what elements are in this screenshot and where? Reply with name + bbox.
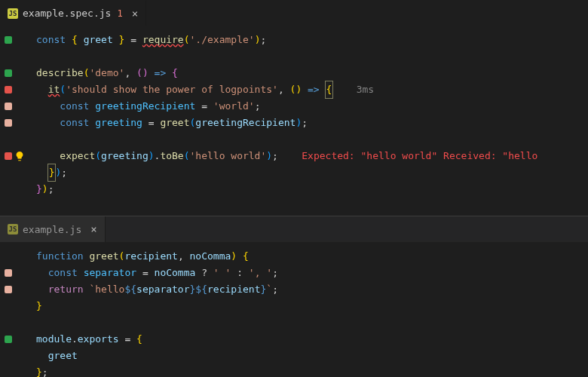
tab-example-spec[interactable]: JS example.spec.js 1 ×: [0, 0, 146, 26]
code-line-blank[interactable]: [0, 131, 588, 148]
js-icon: JS: [8, 224, 18, 234]
tab-filename: example.spec.js: [23, 8, 111, 19]
code-line[interactable]: const { greet } = require('./example');: [0, 32, 588, 48]
editor-bottom[interactable]: function greet(recipient, noComma) { con…: [0, 242, 588, 377]
code-line[interactable]: it('should show the power of logpoints',…: [0, 81, 588, 98]
coverage-icon: [5, 286, 12, 293]
code-line[interactable]: const greeting = greet(greetingRecipient…: [0, 115, 588, 131]
tab-problems-badge: 1: [117, 8, 122, 19]
js-icon: JS: [8, 8, 18, 19]
code-line[interactable]: expect(greeting).toBe('hello world'); Ex…: [0, 148, 588, 164]
editor-pane-top: JS example.spec.js 1 × const { greet } =…: [0, 0, 588, 216]
test-status-pass-icon: [5, 336, 12, 343]
code-line[interactable]: return `hello${separator}${recipient}`;: [0, 281, 588, 298]
code-line[interactable]: describe('demo', () => {: [0, 65, 588, 81]
tabbar-bottom: JS example.js ×: [0, 216, 588, 242]
editor-top[interactable]: const { greet } = require('./example'); …: [0, 26, 588, 204]
close-icon[interactable]: ×: [90, 223, 96, 235]
code-line[interactable]: function greet(recipient, noComma) {: [0, 248, 588, 265]
code-line-blank[interactable]: [0, 48, 588, 65]
code-line[interactable]: const separator = noComma ? ' ' : ', ';: [0, 265, 588, 281]
editor-pane-bottom: JS example.js × function greet(recipient…: [0, 216, 588, 377]
code-line[interactable]: const greetingRecipient = 'world';: [0, 98, 588, 115]
inline-hint-duration: 3ms: [357, 81, 374, 98]
code-line[interactable]: });: [0, 164, 588, 181]
code-line[interactable]: }: [0, 298, 588, 314]
coverage-icon: [5, 119, 12, 127]
code-line[interactable]: module.exports = {: [0, 331, 588, 348]
coverage-icon: [5, 103, 12, 110]
code-line[interactable]: };: [0, 364, 588, 377]
tab-example-js[interactable]: JS example.js ×: [0, 216, 106, 242]
tabbar-top: JS example.spec.js 1 ×: [0, 0, 588, 26]
lightbulb-icon[interactable]: [14, 151, 25, 161]
code-line-blank[interactable]: [0, 314, 588, 331]
inline-error-message: Expected: "hello world" Received: "hello: [302, 148, 537, 164]
code-line[interactable]: });: [0, 181, 588, 198]
code-line[interactable]: greet: [0, 348, 588, 364]
coverage-icon: [5, 269, 12, 277]
test-status-fail-icon: [5, 152, 12, 160]
close-icon[interactable]: ×: [132, 8, 138, 20]
test-status-fail-icon: [5, 86, 12, 93]
test-status-pass-icon: [5, 36, 12, 44]
tab-filename: example.js: [23, 224, 81, 235]
test-status-pass-icon: [5, 69, 12, 77]
